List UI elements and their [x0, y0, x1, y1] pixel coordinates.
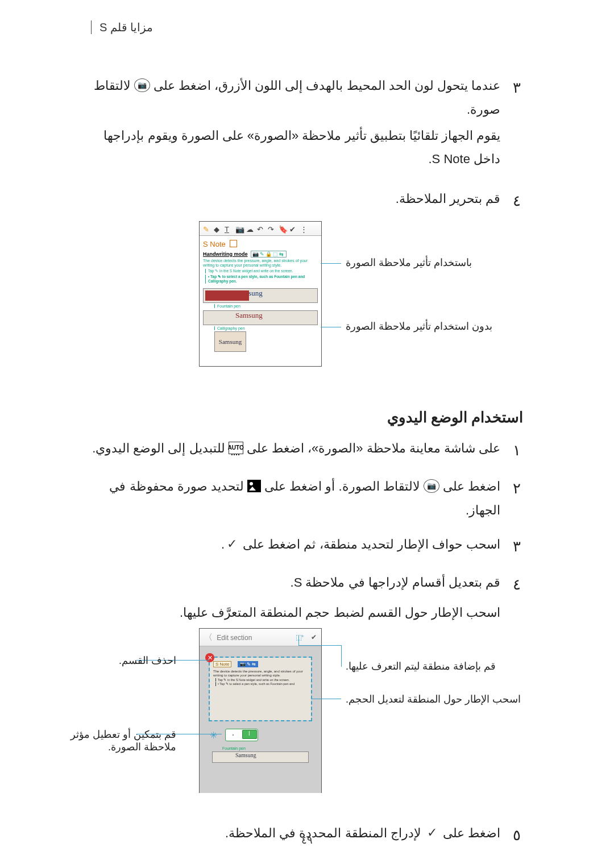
manual-step-1-number: ١ — [511, 437, 523, 464]
edit-section-bar: 〈 Edit section ⬚⁺ ✔ — [200, 629, 321, 646]
undo-icon: ↶ — [257, 225, 264, 232]
step-3-body: عندما يتحول لون الحد المحيط بالهدف إلى ا… — [91, 74, 500, 122]
below-label-fp: Fountain pen — [222, 746, 309, 750]
snote-title: S Note — [200, 236, 321, 250]
m2-text-a: اضغط على — [443, 479, 500, 493]
phone-body: Samsung Fountain pen Samsung Calligraphy… — [200, 284, 321, 354]
handwriting-desc: The device detects the pressure, angle, … — [203, 259, 318, 268]
snote-toolbar: ✎ ◆ T 📷 ☁ ↶ ↷ 🔖 ✔ ⋮ — [200, 222, 321, 236]
page-number: ٤٩ — [0, 834, 614, 846]
selection-chip-icons: 📷 ✎ ⇆ — [238, 661, 258, 667]
manual-step-4-number: ٤ — [511, 571, 523, 599]
redo-icon: ↷ — [268, 225, 275, 232]
below-preview: Fountain pen Samsung — [212, 746, 309, 763]
edit-section-left: 〈 Edit section — [204, 632, 252, 643]
pen-icon: ✎ — [203, 225, 210, 232]
callout-with-effect: باستخدام تأثير ملاحظة الصورة — [346, 256, 472, 269]
f2-lead-add-v2 — [341, 645, 342, 667]
handwriting-mode-icons: 📷✎🔒⬚⇆ — [251, 251, 287, 258]
edit-section-body: ✕ S Note 📷 ✎ ⇆ The device detects the pr… — [200, 646, 321, 793]
manual-step-2-number: ٢ — [511, 475, 523, 522]
handwriting-bullet-1: Tap ✎ in the S Note widget and write on … — [205, 269, 318, 273]
check-icon: ✔ — [289, 225, 296, 232]
callout-delete: احذف القسم. — [119, 654, 176, 667]
check-icon-1: ✓ — [225, 538, 239, 550]
m1-text-a: على شاشة معاينة ملاحظة «الصورة»، اضغط عل… — [247, 441, 500, 455]
f2-lead-add — [298, 645, 341, 646]
step-3: ٣ عندما يتحول لون الحد المحيط بالهدف إلى… — [91, 74, 523, 122]
sample-photo-box: Samsung — [214, 331, 246, 352]
phone-mock-2: 〈 Edit section ⬚⁺ ✔ ✕ S Note 📷 ✎ ⇆ The d… — [199, 628, 322, 793]
camera-icon-2: 📷 — [424, 479, 439, 493]
m2-text-b: لالتقاط الصورة. أو اضغط على — [264, 479, 420, 493]
leader-1 — [321, 263, 341, 264]
manual-step-2: ٢ اضغط على 📷 لالتقاط الصورة. أو اضغط على… — [91, 475, 523, 522]
m3-text-a: اسحب حواف الإطار لتحديد منطقة، ثم اضغط ع… — [243, 537, 500, 551]
manual-step-1: ١ على شاشة معاينة ملاحظة «الصورة»، اضغط … — [91, 437, 523, 464]
gallery-icon — [247, 480, 261, 492]
confirm-check-icon: ✔ — [311, 633, 317, 641]
cloud-icon: ☁ — [246, 225, 253, 232]
step-3-paragraph: يقوم الجهاز تلقائيًا بتطبيق تأثير ملاحظة… — [91, 124, 500, 172]
step-3-number: ٣ — [511, 74, 523, 122]
manual-step-1-body: على شاشة معاينة ملاحظة «الصورة»، اضغط عل… — [91, 437, 500, 464]
auto-icon-label: AUTO — [228, 442, 244, 453]
figure-2: 〈 Edit section ⬚⁺ ✔ ✕ S Note 📷 ✎ ⇆ The d… — [91, 628, 523, 804]
caption-fountain: Fountain pen — [214, 304, 240, 308]
handwriting-mode-row: Handwriting mode 📷✎🔒⬚⇆ — [203, 251, 318, 258]
sample-photo-script: Samsung — [219, 338, 242, 345]
sample-fountain: Samsung — [203, 288, 318, 303]
camera-icon: 📷 — [134, 78, 150, 92]
step-4-body: قم بتحرير الملاحظة. — [91, 187, 500, 215]
manual-step-3: ٣ اسحب حواف الإطار لتحديد منطقة، ثم اضغط… — [91, 533, 523, 560]
back-chevron-icon: 〈 — [204, 632, 213, 642]
phone-mock-1: ✎ ◆ T 📷 ☁ ↶ ↷ 🔖 ✔ ⋮ S Note Handwriting m… — [199, 221, 322, 367]
sample-calligraphy-script: Samsung — [204, 311, 317, 320]
f2-lead-add-v — [298, 636, 299, 645]
manual-step-3-number: ٣ — [511, 533, 523, 560]
diamond-icon: ◆ — [214, 225, 221, 232]
m1-text-b: للتبديل إلى الوضع اليدوي. — [92, 441, 225, 455]
callout-resize: اسحب الإطار حول المنطقة لتعديل الحجم. — [346, 693, 521, 705]
section-manual-mode: استخدام الوضع اليدوي — [91, 409, 523, 426]
below-sample-box: Samsung — [212, 751, 309, 763]
manual-step-4-para: اسحب الإطار حول القسم لضبط حجم المنطقة ا… — [91, 601, 500, 625]
attach-icon: 🔖 — [279, 225, 285, 232]
manual-step-3-body: اسحب حواف الإطار لتحديد منطقة، ثم اضغط ع… — [91, 533, 500, 560]
sample-calligraphy: Samsung — [203, 310, 318, 325]
callout-without-effect: بدون استخدام تأثير ملاحظة الصورة — [346, 320, 492, 333]
edit-section-title: Edit section — [217, 634, 252, 642]
handwriting-bullet-2: • Tap ✎ to select a pen style, such as F… — [205, 275, 318, 284]
sparkle-icon: ✳ — [210, 730, 217, 741]
effect-toggle: I — [225, 729, 258, 741]
callout-toggle: قم بتمكين أو تعطيل مؤثر ملاحظة الصورة. — [68, 728, 176, 753]
snote-title-text: S Note — [203, 240, 226, 248]
toggle-row: ✳ I — [210, 727, 311, 743]
f2-lead-resize — [312, 699, 341, 699]
text-tool-icon: T — [225, 225, 231, 232]
auto-icon: AUTO — [229, 442, 243, 454]
handwriting-mode-label: Handwriting mode — [203, 251, 248, 257]
leader-2 — [321, 327, 341, 327]
toggle-knob-label: I — [248, 730, 250, 737]
selection-mini-1: The device detects the pressure, angle, … — [213, 670, 308, 678]
step-4: ٤ قم بتحرير الملاحظة. — [91, 187, 523, 215]
page: مزايا قلم S ٣ عندما يتحول لون الحد المحي… — [0, 0, 614, 868]
page-header: مزايا قلم S — [91, 20, 153, 34]
toggle-track-mark — [233, 734, 234, 736]
sample-fountain-script: Samsung — [204, 289, 317, 298]
caption-calligraphy: Calligraphy pen — [214, 326, 245, 330]
figure-1: ✎ ◆ T 📷 ☁ ↶ ↷ 🔖 ✔ ⋮ S Note Handwriting m… — [91, 221, 523, 375]
manual-step-4: ٤ قم بتعديل أقسام لإدراجها في ملاحظة S. — [91, 571, 523, 599]
more-icon: ⋮ — [300, 225, 307, 232]
selection-mini-2a: Tap ✎ in the S Note widget and write on … — [215, 678, 308, 682]
below-sample-script: Samsung — [213, 752, 256, 758]
step-3-text-a: عندما يتحول لون الحد المحيط بالهدف إلى ا… — [154, 78, 500, 93]
snote-title-icon — [230, 240, 237, 247]
callout-add-region: قم بإضافة منطقة ليتم التعرف عليها. — [346, 660, 496, 672]
manual-step-2-body: اضغط على 📷 لالتقاط الصورة. أو اضغط على ل… — [91, 475, 500, 522]
toggle-knob: I — [242, 730, 257, 739]
selection-box: ✕ S Note 📷 ✎ ⇆ The device detects the pr… — [210, 658, 311, 720]
selection-mini-2b: • Tap ✎ to select a pen style, such as F… — [215, 682, 308, 686]
camera-tool-icon: 📷 — [235, 225, 242, 232]
